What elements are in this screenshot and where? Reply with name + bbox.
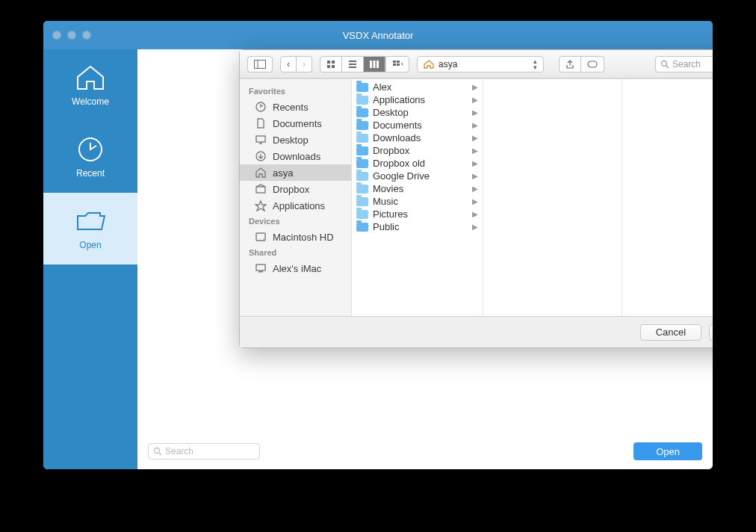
folder-item[interactable]: Desktop▶ (352, 106, 483, 119)
tag-icon (587, 61, 598, 68)
document-icon (255, 117, 267, 129)
share-button[interactable] (559, 56, 581, 72)
sidebar-item-label: Welcome (72, 96, 109, 107)
folder-label: Pictures (373, 208, 408, 220)
open-button[interactable]: Open (709, 324, 713, 341)
folder-item[interactable]: Pictures▶ (352, 208, 483, 220)
home-icon (73, 64, 108, 92)
share-icon (566, 60, 574, 69)
chevron-right-icon: ▶ (472, 121, 478, 129)
folder-open-icon (73, 207, 108, 235)
chevron-right-icon: ▶ (472, 210, 478, 218)
finder-sidebar-item[interactable]: Desktop (240, 132, 351, 148)
folder-icon (356, 172, 368, 181)
chevron-left-icon: ‹ (287, 59, 290, 69)
svg-rect-5 (327, 61, 330, 64)
search-placeholder: Search (165, 446, 193, 457)
sheet-search-input[interactable]: Search (655, 56, 713, 72)
folder-label: Movies (373, 183, 403, 194)
folder-label: Public (373, 221, 399, 232)
column-view-button[interactable] (364, 56, 385, 72)
finder-sidebar-item[interactable]: Macintosh HD (240, 229, 351, 245)
svg-rect-12 (370, 61, 372, 68)
search-input[interactable]: Search (148, 443, 260, 460)
svg-text:▾: ▾ (401, 61, 403, 66)
svg-line-2 (159, 453, 161, 455)
titlebar[interactable]: VSDX Annotator (43, 21, 713, 49)
chevron-right-icon: ▶ (472, 172, 478, 180)
sidebar-item-label: asya (273, 167, 293, 179)
folder-icon (356, 134, 368, 143)
chevron-right-icon: ▶ (472, 96, 478, 104)
box-icon (255, 183, 267, 195)
sidebar-toggle-button[interactable] (247, 56, 273, 72)
sidebar-group-title: Favorites (240, 84, 351, 99)
column-3[interactable] (622, 79, 713, 316)
column-1[interactable]: Alex▶Applications▶Desktop▶Documents▶Down… (352, 79, 483, 316)
app-sidebar: Welcome Recent Open (43, 49, 137, 469)
search-icon (153, 447, 162, 456)
list-icon (348, 60, 357, 69)
folder-item[interactable]: Dropbox old▶ (352, 157, 483, 170)
finder-sidebar-item[interactable]: asya (240, 164, 351, 181)
gallery-view-button[interactable]: ▾ (385, 56, 409, 72)
sheet-toolbar: ‹ › ▾ (240, 50, 713, 78)
back-button[interactable]: ‹ (280, 56, 297, 72)
svg-rect-15 (393, 61, 396, 63)
forward-button[interactable]: › (297, 56, 312, 72)
finder-sidebar-item[interactable]: Downloads (240, 148, 351, 164)
icon-view-button[interactable] (320, 56, 342, 72)
svg-rect-24 (256, 136, 265, 142)
finder-sidebar[interactable]: FavoritesRecentsDocumentsDesktopDownload… (240, 79, 352, 316)
open-button[interactable]: Open (633, 442, 702, 460)
folder-label: Desktop (373, 107, 409, 118)
chevron-right-icon: ▶ (472, 185, 478, 193)
folder-item[interactable]: Music▶ (352, 195, 483, 208)
finder-sidebar-item[interactable]: Applications (240, 197, 351, 214)
path-dropdown[interactable]: asya ▴▾ (417, 56, 544, 72)
file-browser: FavoritesRecentsDocumentsDesktopDownload… (240, 78, 713, 316)
folder-item[interactable]: Public▶ (352, 220, 483, 233)
sidebar-item-label: Downloads (273, 151, 320, 162)
folder-item[interactable]: Documents▶ (352, 119, 483, 132)
svg-rect-30 (256, 265, 265, 270)
folder-item[interactable]: Downloads▶ (352, 132, 483, 144)
column-2[interactable] (483, 79, 622, 316)
view-switcher: ▾ (320, 56, 409, 72)
finder-sidebar-item[interactable]: Dropbox (240, 181, 351, 197)
sidebar-group-title: Shared (240, 245, 351, 260)
sidebar-item-label: Open (79, 240, 101, 250)
folder-label: Google Drive (373, 170, 430, 182)
finder-sidebar-item[interactable]: Recents (240, 99, 351, 115)
computer-icon (255, 262, 267, 274)
folder-label: Applications (373, 94, 425, 105)
folder-item[interactable]: Applications▶ (352, 93, 483, 106)
svg-point-29 (263, 238, 264, 240)
finder-sidebar-item[interactable]: Documents (240, 115, 351, 132)
chevron-right-icon: ▶ (472, 197, 478, 205)
tags-button[interactable] (581, 56, 604, 72)
chevron-up-down-icon: ▴▾ (533, 58, 537, 70)
svg-rect-18 (397, 64, 400, 66)
folder-item[interactable]: Dropbox▶ (352, 144, 483, 157)
svg-rect-27 (256, 187, 265, 193)
cancel-button[interactable]: Cancel (640, 324, 701, 341)
app-window: VSDX Annotator Welcome Recent Open (43, 21, 713, 469)
folder-icon (356, 197, 368, 206)
sidebar-item-label: Alex's iMac (273, 263, 321, 274)
sidebar-group-title: Devices (240, 214, 351, 229)
list-view-button[interactable] (342, 56, 364, 72)
sidebar-item-open[interactable]: Open (43, 193, 137, 265)
folder-item[interactable]: Movies▶ (352, 182, 483, 195)
svg-rect-3 (255, 60, 266, 68)
folder-label: Downloads (373, 132, 421, 143)
sidebar-item-label: Documents (273, 118, 322, 129)
sidebar-item-recent[interactable]: Recent (43, 121, 137, 193)
folder-item[interactable]: Google Drive▶ (352, 170, 483, 182)
home-icon (255, 167, 267, 179)
finder-sidebar-item[interactable]: Alex's iMac (240, 260, 351, 276)
bottom-bar: Search Open (137, 433, 713, 469)
sidebar-item-welcome[interactable]: Welcome (43, 49, 137, 121)
folder-item[interactable]: Alex▶ (352, 81, 483, 93)
folder-icon (356, 210, 368, 219)
